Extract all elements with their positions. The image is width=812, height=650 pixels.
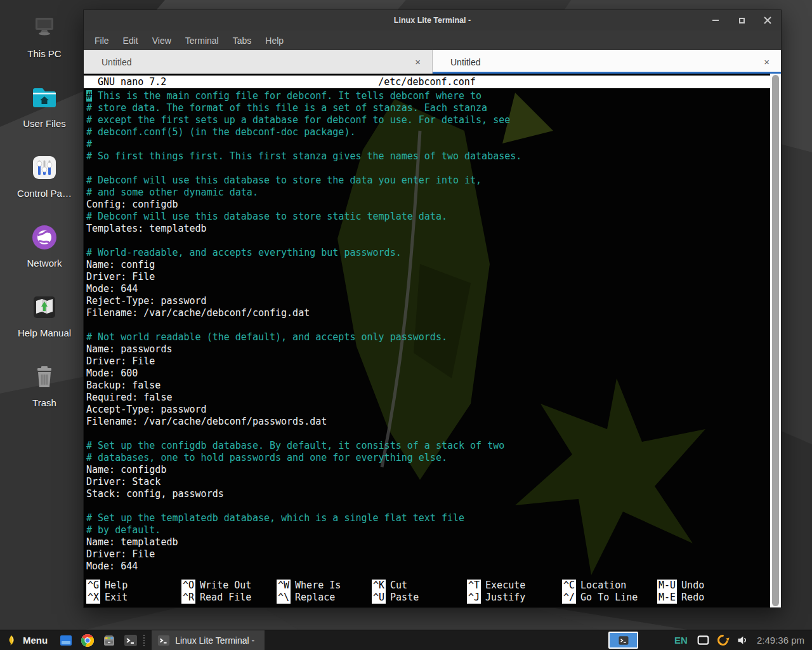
tab-untitled-1[interactable]: Untitled × [84, 50, 433, 74]
workspace-pager-button[interactable] [608, 632, 638, 649]
terminal-scrollbar [770, 74, 781, 607]
tab-close-icon[interactable]: × [764, 57, 769, 67]
desktop-icon-control-panel[interactable]: Control Pa… [3, 152, 86, 222]
shortcut-key: ^W [277, 580, 291, 592]
update-refresh-icon [716, 633, 730, 647]
clock[interactable]: 2:49:36 pm [757, 635, 804, 646]
nano-lines: # This is the main config file for debco… [86, 90, 767, 573]
shortcut-label: Cut [390, 580, 407, 591]
pager-terminal-icon [617, 635, 630, 646]
tab-label: Untitled [102, 57, 131, 67]
window-title: Linux Lite Terminal - [394, 16, 471, 25]
nano-shortcut: ^\Replace [277, 592, 372, 604]
terminal-line: Filename: /var/cache/debconf/config.dat [86, 307, 767, 319]
nano-shortcut: ^UPaste [372, 592, 467, 604]
terminal-line: # except the first sets up a database fo… [86, 114, 767, 126]
nano-shortcut: ^WWhere Is [277, 580, 372, 592]
nano-shortcut: ^CLocation [562, 580, 657, 592]
terminal-line: Config: configdb [86, 199, 767, 211]
desktop-icon-trash[interactable]: Trash [3, 362, 86, 432]
chrome-icon[interactable] [80, 633, 95, 648]
terminal-line [86, 500, 767, 512]
system-tray: EN 2:49:36 pm [608, 630, 812, 650]
shortcut-label: Go To Line [580, 592, 638, 603]
terminal-line: Reject-Type: password [86, 295, 767, 307]
desktop-icon-help-manual[interactable]: Help Manual [3, 292, 86, 362]
desktop-icon-user-files[interactable]: User Files [3, 83, 86, 152]
desktop-icon-this-pc[interactable]: This PC [3, 13, 86, 83]
terminal-line: Required: false [86, 392, 767, 404]
shortcut-key: M-U [657, 580, 677, 592]
menu-edit[interactable]: Edit [116, 36, 145, 46]
update-manager-tray-icon[interactable] [716, 633, 730, 647]
terminal-line: # Set up the templatedb database, which … [86, 512, 767, 524]
nano-cursor: # [86, 90, 92, 102]
shortcut-label: Where Is [295, 580, 341, 591]
scrollbar-thumb[interactable] [772, 75, 779, 606]
terminal-line [86, 428, 767, 440]
menu-button[interactable]: Menu [23, 635, 48, 646]
terminal-line: # databases, one to hold passwords and o… [86, 452, 767, 464]
desktop-icon-label: Control Pa… [17, 188, 72, 199]
window-menubar: File Edit View Terminal Tabs Help [84, 30, 781, 50]
display-tray-icon[interactable] [697, 633, 710, 647]
desktop-icon-label: Help Manual [18, 328, 71, 338]
shortcut-label: Exit [105, 592, 128, 603]
menu-view[interactable]: View [145, 36, 178, 46]
nano-shortcut: ^XExit [86, 592, 181, 604]
menu-tabs[interactable]: Tabs [226, 36, 259, 46]
desktop-icon-label: Network [27, 258, 62, 269]
terminal-line: Driver: File [86, 271, 767, 283]
linux-lite-logo-icon[interactable] [6, 633, 18, 647]
monitor-icon [697, 633, 710, 647]
nano-shortcut: ^JJustify [467, 592, 562, 604]
desktop-icon-network[interactable]: Network [3, 222, 86, 292]
keyboard-layout-indicator[interactable]: EN [674, 635, 688, 646]
terminal-line: Name: templatedb [86, 536, 767, 548]
shortcut-key: M-E [657, 592, 677, 604]
task-button-terminal[interactable]: Linux Lite Terminal - [152, 630, 265, 650]
maximize-button[interactable] [737, 16, 746, 25]
nano-shortcut: ^OWrite Out [181, 580, 277, 592]
window-launcher-icon[interactable] [58, 633, 74, 648]
terminal-line: Mode: 644 [86, 283, 767, 295]
shortcut-key: ^R [181, 592, 195, 604]
terminal-line: Mode: 644 [86, 560, 767, 573]
close-icon [764, 17, 771, 24]
menu-help[interactable]: Help [258, 36, 291, 46]
shortcut-key: ^T [467, 580, 481, 592]
shortcut-label: Execute [485, 580, 525, 591]
menu-file[interactable]: File [88, 36, 116, 46]
terminal-line: Backup: false [86, 380, 767, 392]
terminal-launcher-icon[interactable] [123, 633, 138, 648]
shortcut-label: Replace [295, 592, 335, 603]
minimize-button[interactable] [711, 16, 720, 25]
shortcut-label: Help [105, 580, 128, 591]
terminal-line [86, 162, 767, 175]
nano-shortcut: ^RRead File [181, 592, 277, 604]
nano-shortcut: ^GHelp [86, 580, 181, 592]
menu-terminal[interactable]: Terminal [178, 36, 226, 46]
manual-map-icon [29, 292, 60, 322]
shortcut-key: ^X [86, 592, 100, 604]
terminal-line: # and some other dynamic data. [86, 187, 767, 199]
terminal-line: # by default. [86, 524, 767, 536]
tab-close-icon[interactable]: × [415, 57, 421, 67]
terminal-line: # Not world readable (the default), and … [86, 331, 767, 343]
terminal-line: # Debconf will use this database to stor… [86, 175, 767, 187]
terminal-view[interactable]: /etc/debconf.conf GNU nano 7.2 # This is… [84, 74, 781, 607]
taskbar: Menu Linux Lite Terminal - [0, 630, 812, 650]
shortcut-key: ^U [372, 592, 386, 604]
shortcut-label: Redo [681, 592, 704, 603]
home-folder-icon [29, 83, 60, 113]
taskbar-separator [143, 635, 147, 646]
sliders-icon [29, 152, 60, 183]
terminal-line: Driver: File [86, 548, 767, 560]
tab-untitled-2[interactable]: Untitled × [433, 50, 781, 74]
desktop-icon-label: User Files [23, 118, 66, 129]
file-manager-icon[interactable] [102, 633, 117, 648]
close-button[interactable] [763, 16, 772, 25]
nano-filename: /etc/debconf.conf [84, 76, 770, 88]
window-titlebar[interactable]: Linux Lite Terminal - [84, 10, 781, 30]
volume-tray-icon[interactable] [736, 633, 749, 647]
